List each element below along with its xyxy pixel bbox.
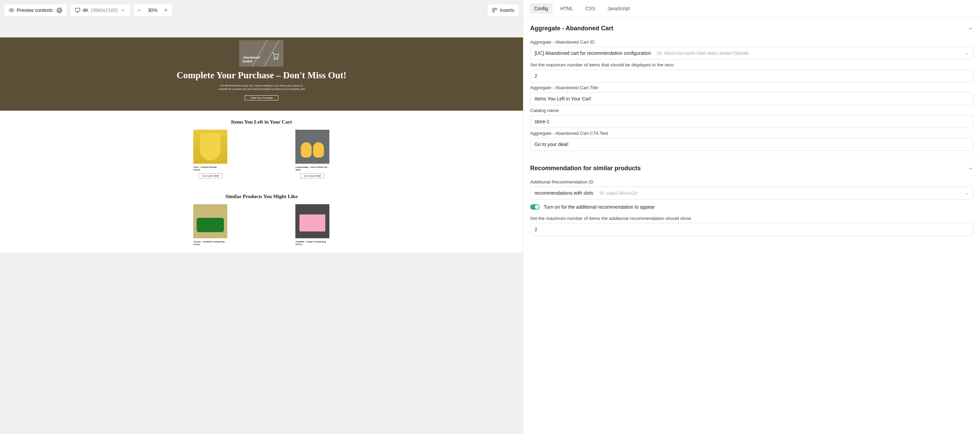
product-price: $479.0 (295, 243, 329, 246)
section-recommendation[interactable]: Recommendation for similar products (530, 163, 973, 177)
inserts-label: Inserts (500, 8, 514, 13)
svg-point-6 (277, 59, 278, 60)
products-row-1: Ultry - Avalyne Hoodie $459.0 Go to your… (0, 130, 523, 185)
hero-section: Abandonedbasket Complete Your Purchase –… (0, 37, 523, 111)
svg-rect-3 (495, 8, 497, 10)
cta-text-input[interactable] (530, 138, 973, 151)
product-card: Styleline - Eygpt Evening Bag $479.0 (295, 204, 329, 246)
deal-button[interactable]: Go to your deal! (198, 173, 222, 179)
product-price: $129.0 (193, 243, 227, 246)
field-label-title: Aggregate - Abandoned Cart Title (530, 85, 973, 90)
zoom-value: 30% (145, 8, 160, 13)
chevron-down-icon: ⌄ (966, 191, 969, 195)
inserts-button[interactable]: Inserts (488, 5, 519, 16)
section-title: Aggregate - Abandoned Cart (530, 25, 613, 32)
preview-toolbar: Preview contexts ✕ 4K (3840x2160) − 30% … (0, 0, 523, 21)
divider (523, 157, 980, 157)
cart-title-input[interactable] (530, 92, 973, 105)
monitor-icon (75, 8, 80, 13)
product-thumb (193, 204, 227, 238)
field-label-rec-id: Additional Recommendation ID (530, 179, 973, 185)
max-items-input[interactable] (530, 69, 973, 82)
product-card: Ultry - Avalyne Hoodie $459.0 Go to your… (193, 130, 227, 179)
hero-tag-line1: Abandoned (243, 56, 259, 59)
hero-body: You left these items in your cart. They'… (217, 84, 305, 91)
svg-rect-4 (493, 11, 495, 12)
recommendation-toggle[interactable] (530, 204, 540, 210)
product-name: Styleline - Eygpt Evening Bag (295, 240, 329, 243)
abandoned-cart-id-select[interactable]: [UC] Abandoned cart for recommendation c… (530, 46, 973, 59)
section1-title: Items You Left in Your Cart (0, 111, 523, 130)
section-aggregate-abandoned-cart[interactable]: Aggregate - Abandoned Cart (530, 24, 973, 37)
chevron-down-icon: ⌄ (966, 51, 969, 56)
deal-button[interactable]: Go to your deal! (301, 173, 324, 179)
product-price: $459.0 (193, 169, 227, 171)
device-select[interactable]: 4K (3840x2160) (70, 5, 130, 16)
tab-config[interactable]: Config (530, 3, 553, 14)
tab-javascript[interactable]: JavaScript (603, 3, 634, 14)
toggle-label: Turn on for the additional recommendatio… (544, 204, 655, 210)
product-card: Goplaything - Satyra Plush Toy $99.0 Go … (295, 130, 329, 179)
product-thumb (295, 130, 329, 164)
chevron-down-icon (968, 166, 973, 171)
field-label-id: Aggregate - Abandoned Cart ID (530, 40, 973, 45)
svg-rect-1 (75, 8, 80, 11)
select-meta: ID: 05b3c50d-0a58-3565-9b61-de98d7298446 (657, 51, 962, 56)
select-meta: ID: va4uC9RXsoZ0 (600, 191, 962, 196)
cart-icon (270, 51, 281, 61)
hero-cta-button[interactable]: Finish Your Purchase (245, 95, 278, 101)
product-name: Arouse - Jazabell Evening Bag (193, 240, 227, 243)
field-label-catalog: Catalog name (530, 108, 973, 113)
preview-contexts-label: Preview contexts (17, 8, 53, 13)
product-name: Goplaything - Satyra Plush Toy (295, 166, 329, 169)
preview-contexts-button[interactable]: Preview contexts ✕ (5, 5, 67, 16)
svg-rect-2 (493, 8, 495, 10)
hero-title: Complete Your Purchase – Don't Miss Out! (0, 70, 523, 81)
product-thumb (295, 204, 329, 238)
eye-icon (9, 8, 14, 13)
device-res: (3840x2160) (91, 8, 118, 13)
device-label: 4K (83, 8, 89, 13)
chevron-down-icon (120, 8, 126, 13)
chevron-down-icon (968, 26, 973, 31)
zoom-in-button[interactable]: + (160, 4, 172, 16)
recommendation-id-select[interactable]: recommendations with slots ID: va4uC9RXs… (530, 187, 973, 199)
product-card: Arouse - Jazabell Evening Bag $129.0 (193, 204, 227, 246)
product-thumb (193, 130, 227, 164)
section-title: Recommendation for similar products (530, 165, 641, 172)
toggle-row: Turn on for the additional recommendatio… (530, 204, 973, 210)
hero-image: Abandonedbasket (239, 40, 283, 67)
preview-canvas: Abandonedbasket Complete Your Purchase –… (0, 21, 523, 434)
select-value: recommendations with slots (535, 190, 593, 196)
product-price: $99.0 (295, 169, 329, 171)
field-label-cta: Aggregate - Abandoned Cart CTA Text (530, 131, 973, 136)
product-name: Ultry - Avalyne Hoodie (193, 166, 227, 169)
code-tabs: Config HTML CSS JavaScript (523, 0, 980, 18)
close-icon[interactable]: ✕ (56, 8, 62, 13)
svg-point-5 (274, 59, 275, 60)
tab-html[interactable]: HTML (555, 3, 578, 14)
products-row-2: Arouse - Jazabell Evening Bag $129.0 Sty… (0, 204, 523, 252)
tab-css[interactable]: CSS (581, 3, 600, 14)
zoom-control: − 30% + (134, 4, 172, 16)
select-value: [UC] Abandoned cart for recommendation c… (535, 50, 651, 56)
catalog-name-input[interactable] (530, 115, 973, 128)
zoom-out-button[interactable]: − (134, 4, 145, 16)
svg-point-0 (11, 10, 12, 11)
rec-max-items-input[interactable] (530, 223, 973, 236)
hero-tag-line2: basket (243, 59, 253, 63)
section2-title: Similar Products You Might Like (0, 185, 523, 204)
field-label-rec-max: Set the maximum number of items the addi… (530, 216, 973, 221)
inserts-icon (492, 8, 498, 13)
field-label-max-items: Set the maximum number of items that sho… (530, 62, 973, 67)
